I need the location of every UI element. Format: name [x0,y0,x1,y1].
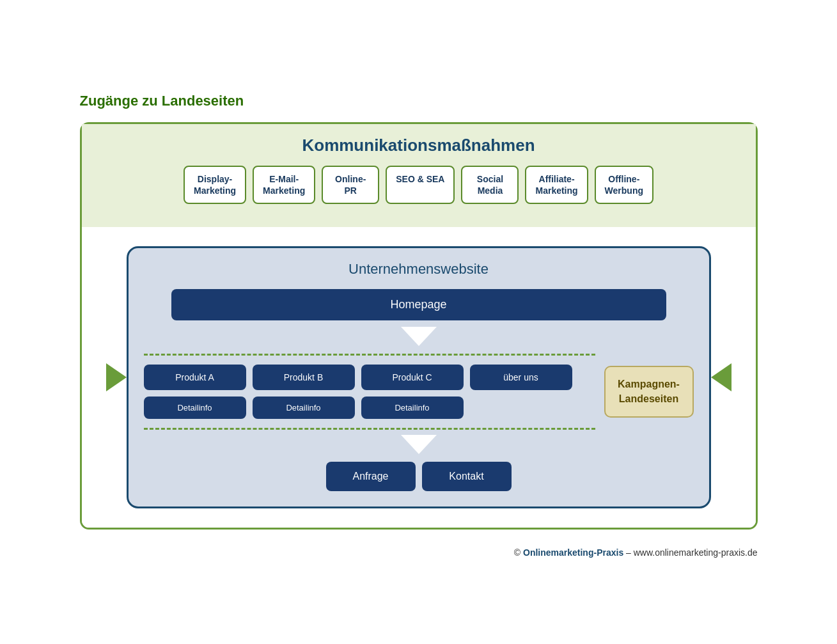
kom-item-social: SocialMedia [461,166,519,204]
down-triangle-2 [401,435,437,454]
final-buttons-row: Anfrage Kontakt [144,462,694,491]
down-arrow-2 [144,435,694,457]
kampagnen-wrapper: Kampagnen-Landeseiten [604,366,694,418]
kommunikation-box: Kommunikationsmaßnahmen Display-Marketin… [82,124,756,227]
products-row: Produkt A Produkt B Produkt C über uns [144,365,595,390]
full-outer-frame: Kommunikationsmaßnahmen Display-Marketin… [80,122,758,530]
anfrage-button[interactable]: Anfrage [326,462,416,491]
detailinfo-c-button[interactable]: Detailinfo [361,397,464,419]
kom-item-online-pr: Online-PR [322,166,379,204]
produkt-c-button[interactable]: Produkt C [361,365,464,390]
dashed-section: Produkt A Produkt B Produkt C über uns D… [144,354,595,430]
ueber-uns-button[interactable]: über uns [470,365,572,390]
footer: © Onlinemarketing-Praxis – www.onlinemar… [80,547,758,558]
kom-item-display: Display-Marketing [184,166,246,204]
detailinfo-row: Detailinfo Detailinfo Detailinfo [144,397,595,419]
produkt-b-button[interactable]: Produkt B [253,365,355,390]
down-arrow-1 [144,327,694,349]
detailinfo-b-button[interactable]: Detailinfo [253,397,355,419]
detailinfo-a-button[interactable]: Detailinfo [144,397,246,419]
kom-item-email: E-Mail-Marketing [253,166,315,204]
left-arrow-icon [106,363,127,391]
footer-copyright: © [514,547,523,558]
produkt-a-button[interactable]: Produkt A [144,365,246,390]
kontakt-button[interactable]: Kontakt [422,462,512,491]
left-arrow-area [82,246,127,508]
footer-brand: Onlinemarketing-Praxis [523,547,623,558]
center-area: Unternehmenswebsite Homepage [127,246,711,508]
kom-item-offline: Offline-Werbung [595,166,653,204]
homepage-button[interactable]: Homepage [171,289,666,320]
dashed-kampagnen-area: Produkt A Produkt B Produkt C über uns D… [144,354,694,430]
footer-url: – www.onlinemarketing-praxis.de [623,547,757,558]
down-triangle-1 [401,327,437,346]
kom-item-affiliate: Affiliate-Marketing [525,166,588,204]
kommunikation-items: Display-Marketing E-Mail-Marketing Onlin… [97,166,740,216]
right-arrow-area [711,246,756,508]
bottom-section: Anfrage Kontakt [144,435,694,491]
page-title: Zugänge zu Landeseiten [80,93,758,109]
kom-item-seo: SEO & SEA [386,166,455,204]
unternehmens-title: Unternehmenswebsite [144,261,694,278]
right-arrow-icon [711,363,731,391]
unternehmens-box: Unternehmenswebsite Homepage [127,246,711,508]
kampagnen-label: Kampagnen-Landeseiten [618,379,680,404]
kommunikation-title: Kommunikationsmaßnahmen [97,136,740,155]
kampagnen-box: Kampagnen-Landeseiten [604,366,694,418]
